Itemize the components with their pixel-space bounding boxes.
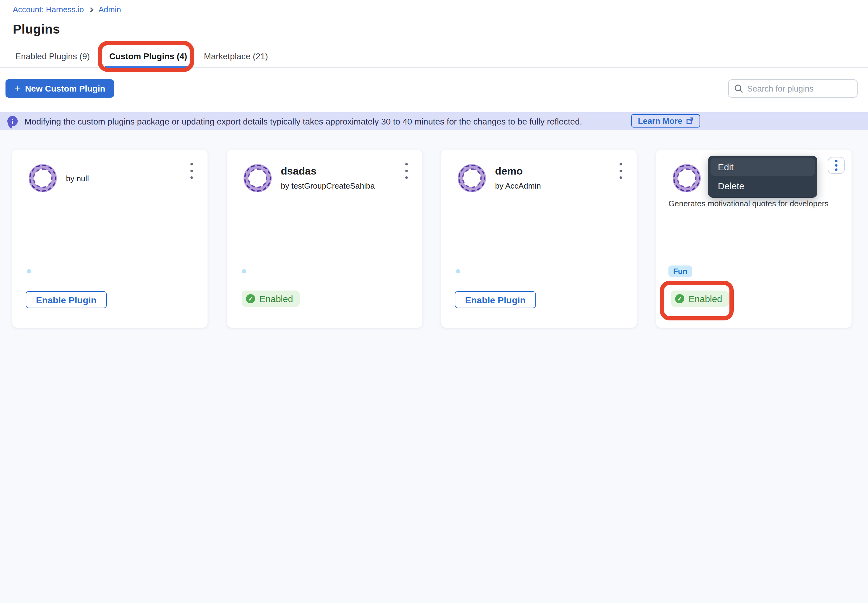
tab-bar: Enabled Plugins (9) Custom Plugins (4) M…: [0, 43, 868, 68]
plugin-card-dsadas: dsadas by testGroupCreateSahiba ✓ Enable…: [227, 150, 422, 328]
tag-fun: Fun: [668, 266, 692, 277]
tab-marketplace[interactable]: Marketplace (21): [204, 51, 268, 61]
empty-tag-dot: [27, 269, 31, 274]
enable-plugin-button[interactable]: Enable Plugin: [26, 291, 107, 308]
menu-item-delete[interactable]: Delete: [710, 177, 815, 195]
plugin-card-null: by null Enable Plugin: [12, 150, 207, 328]
chevron-right-icon: [88, 7, 94, 12]
external-link-icon: [686, 117, 693, 125]
kebab-menu-icon[interactable]: [187, 163, 196, 179]
active-tab-underline: [105, 66, 190, 68]
plugin-title: demo: [495, 165, 523, 178]
kebab-menu-icon[interactable]: [616, 163, 626, 179]
empty-tag-dot: [242, 269, 246, 274]
plus-icon: +: [15, 83, 21, 93]
plugin-title: dsadas: [281, 165, 317, 178]
new-custom-plugin-button[interactable]: + New Custom Plugin: [6, 79, 114, 97]
banner-message: Modifying the custom plugins package or …: [25, 116, 582, 126]
enable-plugin-button[interactable]: Enable Plugin: [455, 291, 536, 308]
enabled-label: Enabled: [260, 294, 293, 304]
plugin-author: by null: [66, 174, 89, 183]
empty-tag-dot: [456, 269, 460, 274]
info-banner: i Modifying the custom plugins package o…: [0, 112, 868, 130]
plugin-card-demo: demo by AccAdmin Enable Plugin: [441, 150, 637, 328]
breadcrumb-admin-link[interactable]: Admin: [99, 5, 121, 14]
enabled-status-badge: ✓ Enabled: [671, 291, 729, 307]
info-icon: i: [7, 116, 18, 126]
plugin-logo-icon: [244, 164, 272, 192]
menu-item-edit[interactable]: Edit: [710, 158, 815, 176]
plugin-description: Generates motivational quotes for develo…: [668, 199, 842, 208]
enabled-label: Enabled: [689, 294, 722, 304]
breadcrumb-account-link[interactable]: Account: Harness.io: [13, 5, 84, 14]
plugin-logo-icon: [458, 164, 486, 192]
learn-more-button[interactable]: Learn More: [631, 114, 700, 128]
plugin-author: by AccAdmin: [495, 181, 541, 190]
plugin-logo-icon: [29, 164, 57, 192]
page-title: Plugins: [13, 22, 60, 37]
kebab-menu-button-active[interactable]: [828, 157, 845, 174]
plugins-admin-page: Account: Harness.io Admin Plugins Enable…: [0, 0, 868, 603]
plugin-card-motivational-quotes: Generates motivational quotes for develo…: [656, 150, 851, 328]
tab-custom-plugins[interactable]: Custom Plugins (4): [109, 51, 187, 61]
breadcrumb: Account: Harness.io Admin: [13, 5, 121, 14]
tab-enabled-plugins[interactable]: Enabled Plugins (9): [15, 51, 90, 61]
check-icon: ✓: [246, 294, 255, 303]
context-menu: Edit Delete: [708, 156, 817, 198]
new-custom-plugin-label: New Custom Plugin: [25, 83, 105, 93]
plugin-author: by testGroupCreateSahiba: [281, 181, 375, 190]
plugin-logo-icon: [673, 164, 701, 192]
learn-more-label: Learn More: [638, 116, 682, 125]
search-icon: [734, 84, 743, 93]
check-icon: ✓: [675, 294, 684, 303]
plugin-search-box[interactable]: [728, 79, 858, 97]
search-input[interactable]: [747, 84, 851, 93]
enabled-status-badge: ✓ Enabled: [242, 291, 300, 307]
kebab-menu-icon[interactable]: [402, 163, 412, 179]
